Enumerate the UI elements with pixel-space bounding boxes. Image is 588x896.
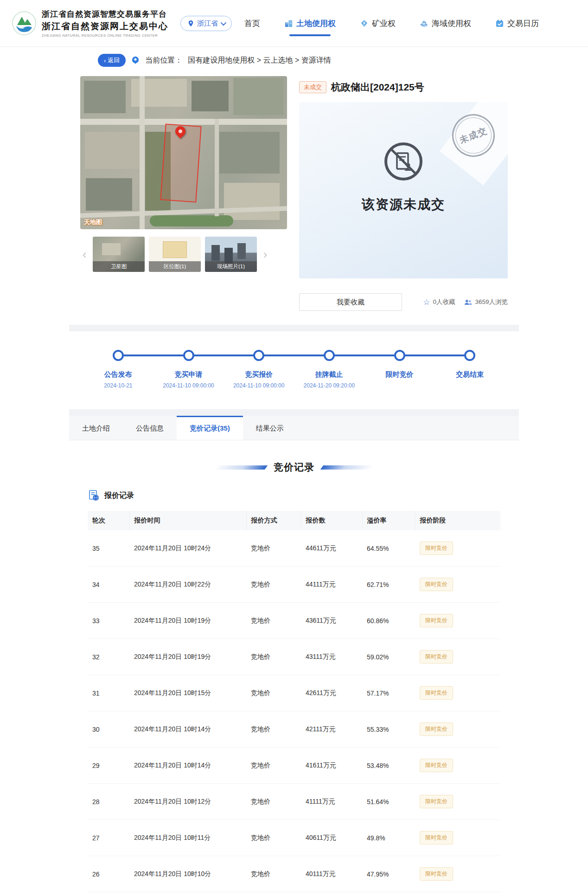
section-separator bbox=[69, 325, 519, 331]
cell-time: 2024年11月20日 10时19分 bbox=[129, 603, 246, 639]
cell-premium: 60.86% bbox=[362, 603, 415, 639]
cell-stage: 限时竞价 bbox=[415, 530, 500, 567]
stage-badge: 限时竞价 bbox=[420, 541, 453, 555]
cell-stage: 限时竞价 bbox=[415, 820, 500, 856]
breadcrumb-location-label: 当前位置： bbox=[145, 56, 182, 65]
timeline-dot bbox=[324, 350, 335, 361]
thumbnail-location-plan[interactable]: 区位图(1) bbox=[149, 237, 201, 272]
cell-round: 27 bbox=[88, 820, 129, 856]
thumbnail-carousel: ‹ 卫星图 区位图(1) 现场照片(1) › bbox=[80, 237, 287, 272]
no-deal-placeholder: 未成交 该资源未成交 bbox=[299, 102, 508, 278]
cell-method: 竞地价 bbox=[246, 675, 301, 711]
timeline-dots bbox=[83, 350, 505, 361]
favorite-button[interactable]: 我要收藏 bbox=[299, 293, 402, 311]
pagination: 共35条数据 < 1 2 3 4 > 10 条/页 bbox=[69, 892, 519, 896]
nav-item-trade-calendar[interactable]: 交易日历 bbox=[495, 14, 539, 32]
col-header-price: 报价数 bbox=[301, 511, 362, 530]
timeline-step-date: 2024-11-10 09:00:00 bbox=[224, 382, 294, 389]
col-header-method: 报价方式 bbox=[246, 511, 301, 530]
stage-badge: 限时竞价 bbox=[420, 614, 453, 627]
region-selector[interactable]: 浙江省 bbox=[180, 16, 232, 31]
cell-method: 竞地价 bbox=[246, 603, 301, 639]
satellite-map[interactable]: 天地图 bbox=[80, 76, 287, 229]
timeline-labels: 公告发布 2024-10-21 竞买申请 2024-11-10 09:00:00… bbox=[83, 370, 505, 389]
doc-slash-icon bbox=[384, 142, 423, 183]
app-header: 浙江省自然资源智慧交易服务平台 浙江省自然资源网上交易中心 ZHEJIANG N… bbox=[0, 0, 588, 46]
nav-item-sea-use-right[interactable]: 海域使用权 bbox=[420, 14, 471, 32]
breadcrumb-path: 国有建设用地使用权 > 云上选地 > 资源详情 bbox=[188, 56, 331, 65]
center-title: 浙江省自然资源网上交易中心 bbox=[42, 20, 168, 32]
cell-price: 41111万元 bbox=[301, 784, 362, 820]
col-header-time: 报价时间 bbox=[129, 511, 246, 530]
process-timeline: 公告发布 2024-10-21 竞买申请 2024-11-10 09:00:00… bbox=[69, 331, 519, 409]
calendar-icon bbox=[495, 19, 504, 28]
timeline-step-bidding: 竞买报价 2024-11-10 09:00:00 bbox=[224, 370, 294, 389]
back-arrow-icon: ‹ bbox=[104, 57, 106, 64]
timeline-dot bbox=[113, 350, 124, 361]
map-block bbox=[84, 81, 126, 113]
media-column: 天地图 ‹ 卫星图 区位图(1) 现场照片(1) › bbox=[80, 76, 287, 311]
cell-premium: 49.8% bbox=[362, 820, 415, 856]
star-icon: ☆ bbox=[423, 298, 430, 306]
map-block bbox=[86, 178, 132, 211]
cell-time: 2024年11月20日 10时10分 bbox=[129, 856, 246, 892]
carousel-next-button[interactable]: › bbox=[261, 237, 269, 271]
thumbnail-site-photo[interactable]: 现场照片(1) bbox=[205, 237, 257, 272]
map-road bbox=[215, 119, 219, 216]
back-button[interactable]: ‹ 返回 bbox=[98, 54, 126, 67]
cell-method: 竞地价 bbox=[246, 856, 301, 892]
cell-time: 2024年11月20日 10时14分 bbox=[129, 711, 246, 748]
cell-premium: 53.48% bbox=[362, 748, 415, 784]
cell-price: 42111万元 bbox=[301, 711, 362, 748]
col-header-round: 轮次 bbox=[88, 511, 129, 530]
cell-method: 竞地价 bbox=[246, 567, 301, 603]
detail-tabs: 土地介绍 公告信息 竞价记录(35) 结果公示 bbox=[69, 416, 519, 440]
timeline-step-label: 竞买申请 bbox=[153, 370, 224, 379]
stage-badge: 限时竞价 bbox=[420, 867, 453, 881]
center-subtitle: ZHEJIANG NATURAL RESOURCES ONLINE TRADIN… bbox=[42, 33, 168, 38]
timeline-step-label: 交易结束 bbox=[435, 370, 505, 379]
cell-round: 32 bbox=[88, 639, 129, 675]
platform-logo-icon bbox=[12, 11, 36, 35]
nav-item-mining-right[interactable]: 矿业权 bbox=[360, 14, 396, 32]
nav-item-home[interactable]: 首页 bbox=[244, 14, 260, 32]
timeline-dot bbox=[253, 350, 264, 361]
cell-price: 44111万元 bbox=[301, 567, 362, 603]
timeline-step-announcement: 公告发布 2024-10-21 bbox=[83, 370, 153, 389]
timeline-step-date bbox=[364, 382, 435, 389]
stage-badge: 限时竞价 bbox=[420, 831, 453, 844]
nav-item-land-use-right[interactable]: 土地使用权 bbox=[284, 14, 336, 32]
timeline-step-date bbox=[435, 382, 505, 389]
nav-mining-label: 矿业权 bbox=[372, 18, 396, 29]
tab-result-publicity[interactable]: 结果公示 bbox=[243, 416, 297, 440]
cell-time: 2024年11月20日 10时15分 bbox=[129, 675, 246, 711]
region-selector-label: 浙江省 bbox=[197, 19, 218, 28]
timeline-step-date: 2024-10-21 bbox=[83, 382, 153, 389]
map-block bbox=[219, 132, 280, 174]
cell-round: 31 bbox=[88, 675, 129, 711]
land-icon bbox=[284, 19, 293, 28]
cell-premium: 59.02% bbox=[362, 639, 415, 675]
info-column: 未成交 杭政储出[2024]125号 未成交 bbox=[299, 76, 508, 311]
timeline-step-label: 挂牌截止 bbox=[294, 370, 364, 379]
cell-time: 2024年11月20日 10时14分 bbox=[129, 748, 246, 784]
tab-land-intro[interactable]: 土地介绍 bbox=[69, 416, 123, 440]
table-row: 28 2024年11月20日 10时12分 竞地价 41111万元 51.64%… bbox=[88, 784, 500, 820]
cell-stage: 限时竞价 bbox=[415, 567, 500, 603]
cell-premium: 47.95% bbox=[362, 856, 415, 892]
carousel-prev-button[interactable]: ‹ bbox=[80, 237, 89, 271]
table-row: 35 2024年11月20日 10时24分 竞地价 44611万元 64.55%… bbox=[88, 530, 500, 567]
timeline-step-trade-end: 交易结束 bbox=[435, 370, 505, 389]
main-nav: 首页 土地使用权 矿业权 海域使用权 交易日历 bbox=[244, 14, 539, 32]
cell-method: 竞地价 bbox=[246, 820, 301, 856]
table-row: 32 2024年11月20日 10时19分 竞地价 43111万元 59.02%… bbox=[88, 639, 500, 675]
brand: 浙江省自然资源智慧交易服务平台 浙江省自然资源网上交易中心 ZHEJIANG N… bbox=[12, 9, 168, 38]
cell-stage: 限时竞价 bbox=[415, 748, 500, 784]
cell-stage: 限时竞价 bbox=[415, 675, 500, 711]
platform-title: 浙江省自然资源智慧交易服务平台 bbox=[42, 9, 168, 19]
tab-announcement[interactable]: 公告信息 bbox=[123, 416, 177, 440]
cell-round: 29 bbox=[88, 748, 129, 784]
thumbnail-satellite[interactable]: 卫星图 bbox=[93, 237, 145, 272]
tab-bid-records[interactable]: 竞价记录(35) bbox=[177, 416, 243, 440]
breadcrumb: ‹ 返回 当前位置： 国有建设用地使用权 > 云上选地 > 资源详情 bbox=[69, 47, 519, 72]
